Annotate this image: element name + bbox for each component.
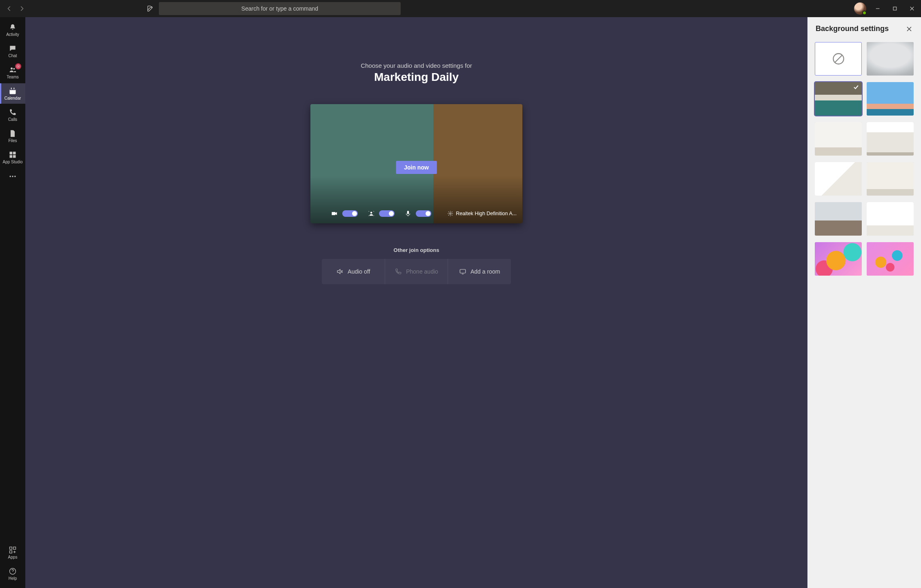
compose-icon[interactable] [146, 4, 154, 13]
rail-item-teams[interactable]: Teams [0, 62, 25, 82]
svg-rect-21 [407, 211, 409, 214]
gear-icon [447, 210, 453, 217]
rail-label: Files [8, 138, 17, 143]
bg-tile-office[interactable] [815, 202, 862, 236]
bg-tile-none[interactable] [815, 42, 862, 76]
phone-icon [395, 268, 402, 275]
svg-rect-23 [460, 270, 466, 273]
bg-thumb [867, 202, 914, 236]
rail-label: Calls [8, 117, 17, 122]
bg-tile-room5[interactable] [867, 202, 914, 236]
bg-tile-room2[interactable] [867, 122, 914, 156]
bg-thumb [815, 242, 862, 276]
rail-item-chat[interactable]: Chat [0, 41, 25, 61]
nav-forward-button[interactable] [18, 5, 25, 12]
apps-icon [9, 546, 17, 554]
bg-tile-balloons1[interactable] [815, 242, 862, 276]
bg-tile-balloons2[interactable] [867, 242, 914, 276]
prejoin-stage: Choose your audio and video settings for… [25, 17, 807, 588]
rail-item-calls[interactable]: Calls [0, 105, 25, 125]
bg-thumb [867, 162, 914, 196]
mic-icon [404, 210, 412, 217]
app-rail: Activity Chat Teams [0, 17, 25, 588]
svg-point-14 [12, 176, 13, 177]
rail-label: Apps [8, 555, 18, 559]
svg-point-1 [11, 67, 13, 69]
rail-item-apps[interactable]: Apps [0, 542, 25, 563]
svg-rect-7 [11, 87, 12, 89]
rail-label: Calendar [4, 96, 21, 100]
svg-rect-11 [10, 155, 13, 158]
audio-off-button[interactable]: Audio off [322, 259, 385, 284]
rail-more-button[interactable] [0, 168, 25, 185]
close-panel-button[interactable] [905, 25, 913, 33]
svg-rect-17 [13, 547, 16, 549]
mention-badge-icon [15, 63, 21, 69]
background-settings-panel: Background settings [807, 17, 921, 588]
background-tile-grid [807, 36, 921, 283]
add-room-label: Add a room [471, 268, 500, 275]
room-icon [459, 268, 466, 275]
bg-thumb [815, 202, 862, 236]
svg-rect-9 [10, 151, 13, 154]
bg-tile-sky[interactable] [867, 82, 914, 116]
svg-rect-6 [10, 89, 16, 90]
check-icon [853, 84, 859, 90]
rail-item-files[interactable]: Files [0, 126, 25, 146]
bg-tile-room4[interactable] [867, 162, 914, 196]
add-room-button[interactable]: Add a room [448, 259, 511, 284]
rail-label: Help [9, 576, 17, 581]
rail-label: Activity [6, 32, 19, 37]
prejoin-heading: Choose your audio and video settings for [361, 62, 472, 69]
background-settings-title: Background settings [816, 24, 889, 33]
rail-item-calendar[interactable]: Calendar [0, 83, 25, 104]
device-label: Realtek High Definition A... [456, 211, 517, 216]
svg-rect-0 [893, 7, 896, 10]
rail-item-appstudio[interactable]: App Studio [0, 147, 25, 167]
bg-thumb [815, 122, 862, 156]
other-options-heading: Other join options [394, 247, 439, 253]
camera-toggle[interactable] [342, 210, 358, 217]
svg-rect-8 [14, 87, 15, 89]
other-options-bar: Audio off Phone audio Add a room [322, 259, 511, 284]
bg-thumb [867, 122, 914, 156]
window-minimize-button[interactable] [872, 3, 883, 14]
svg-rect-12 [13, 155, 16, 158]
preview-controls: Realtek High Definition A... [310, 205, 522, 223]
device-settings-button[interactable]: Realtek High Definition A... [447, 210, 517, 217]
search-input[interactable]: Search for or type a command [159, 2, 401, 15]
bg-thumb [815, 162, 862, 196]
phone-icon [9, 108, 17, 116]
audio-off-label: Audio off [348, 268, 370, 275]
camera-icon [331, 210, 338, 217]
svg-point-13 [10, 176, 11, 177]
phone-audio-button: Phone audio [385, 259, 448, 284]
nav-back-button[interactable] [6, 5, 13, 12]
rail-item-help[interactable]: Help [0, 564, 25, 584]
meeting-title: Marketing Daily [374, 71, 459, 84]
svg-rect-10 [13, 151, 16, 154]
window-close-button[interactable] [906, 3, 918, 14]
speaker-off-icon [336, 268, 343, 275]
video-preview: Join now Realtek High Definition A... [310, 104, 522, 223]
rail-label: App Studio [3, 160, 23, 164]
svg-rect-16 [10, 547, 12, 549]
background-effects-icon [368, 210, 375, 217]
rail-label: Teams [7, 75, 18, 79]
bg-tile-room3[interactable] [815, 162, 862, 196]
svg-point-20 [370, 212, 372, 214]
user-avatar[interactable] [854, 2, 866, 15]
bell-icon [9, 23, 17, 31]
bg-tile-room1[interactable] [815, 122, 862, 156]
background-effects-toggle[interactable] [379, 210, 395, 217]
mic-toggle[interactable] [416, 210, 431, 217]
bg-tile-lockers[interactable] [815, 82, 862, 116]
calendar-icon [9, 87, 17, 95]
join-now-button[interactable]: Join now [396, 161, 437, 174]
app-studio-icon [9, 151, 17, 159]
bg-tile-blur[interactable] [867, 42, 914, 76]
rail-item-activity[interactable]: Activity [0, 20, 25, 40]
svg-point-2 [13, 68, 15, 69]
none-icon [832, 52, 845, 66]
window-maximize-button[interactable] [889, 3, 901, 14]
